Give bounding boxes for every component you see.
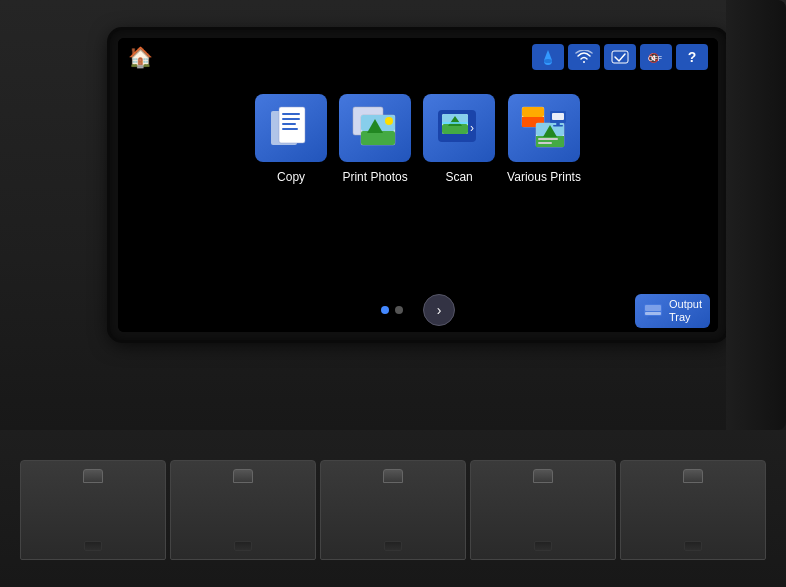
printer-bottom <box>0 430 786 587</box>
scan-app-item[interactable]: › Scan <box>423 94 495 184</box>
cloud-button[interactable] <box>604 44 636 70</box>
tray-handle-5 <box>683 469 703 483</box>
copy-label: Copy <box>277 170 305 184</box>
svg-point-0 <box>544 59 552 63</box>
paper-tray-1[interactable] <box>20 460 166 560</box>
copy-app-item[interactable]: Copy <box>255 94 327 184</box>
pagination-dot-1 <box>381 306 389 314</box>
svg-rect-35 <box>553 125 563 127</box>
various-prints-label: Various Prints <box>507 170 581 184</box>
tray-indent-5 <box>684 541 702 551</box>
svg-rect-13 <box>361 131 395 145</box>
top-bar: 🏠 <box>118 38 718 76</box>
ink-button[interactable] <box>532 44 564 70</box>
svg-rect-30 <box>538 138 558 140</box>
output-tray-icon <box>643 303 663 319</box>
silent-button[interactable]: 🔇 OFF <box>640 44 672 70</box>
printer-body: 🏠 <box>0 0 786 587</box>
tray-indent-2 <box>234 541 252 551</box>
top-icons-container: 🔇 OFF ? <box>532 44 708 70</box>
wifi-button[interactable] <box>568 44 600 70</box>
output-tray-line1: Output <box>669 298 702 311</box>
bottom-bar: › Output Tray <box>118 288 718 332</box>
tray-handle-2 <box>233 469 253 483</box>
screen-bezel: 🏠 <box>110 30 726 340</box>
paper-trays <box>0 450 786 570</box>
print-photos-icon <box>339 94 411 162</box>
pagination-dots <box>381 306 403 314</box>
svg-rect-21 <box>442 122 468 124</box>
copy-icon <box>255 94 327 162</box>
paper-tray-5[interactable] <box>620 460 766 560</box>
next-page-button[interactable]: › <box>423 294 455 326</box>
printer-top: 🏠 <box>0 0 786 430</box>
svg-rect-28 <box>536 136 564 147</box>
print-photos-app-item[interactable]: Print Photos <box>339 94 411 184</box>
svg-rect-24 <box>522 107 544 117</box>
tray-indent-4 <box>534 541 552 551</box>
svg-rect-8 <box>282 123 296 125</box>
svg-text:OFF: OFF <box>648 55 662 62</box>
various-prints-icon <box>508 94 580 162</box>
output-tray-label: Output Tray <box>669 298 702 324</box>
right-edge <box>726 0 786 430</box>
tray-handle-1 <box>83 469 103 483</box>
svg-point-15 <box>385 117 393 125</box>
svg-text:›: › <box>470 121 474 135</box>
tray-indent-3 <box>384 541 402 551</box>
svg-rect-37 <box>645 305 661 311</box>
pagination-dot-2 <box>395 306 403 314</box>
help-icon: ? <box>688 49 697 65</box>
tray-indent-1 <box>84 541 102 551</box>
print-photos-label: Print Photos <box>342 170 407 184</box>
svg-rect-6 <box>282 113 300 115</box>
tray-handle-3 <box>383 469 403 483</box>
scan-label: Scan <box>445 170 472 184</box>
svg-rect-31 <box>538 142 552 144</box>
paper-tray-4[interactable] <box>470 460 616 560</box>
svg-rect-7 <box>282 118 300 120</box>
svg-rect-33 <box>552 113 564 120</box>
help-button[interactable]: ? <box>676 44 708 70</box>
main-content: Copy <box>118 76 718 288</box>
apps-grid: Copy <box>130 84 706 194</box>
output-tray-line2: Tray <box>669 311 702 324</box>
home-icon[interactable]: 🏠 <box>128 45 153 69</box>
scan-icon: › <box>423 94 495 162</box>
lcd-screen: 🏠 <box>118 38 718 332</box>
svg-rect-9 <box>282 128 298 130</box>
paper-tray-3[interactable] <box>320 460 466 560</box>
various-prints-app-item[interactable]: Various Prints <box>507 94 581 184</box>
output-tray-button[interactable]: Output Tray <box>635 294 710 328</box>
tray-handle-4 <box>533 469 553 483</box>
svg-rect-34 <box>556 123 560 125</box>
paper-tray-2[interactable] <box>170 460 316 560</box>
svg-rect-38 <box>645 312 661 315</box>
